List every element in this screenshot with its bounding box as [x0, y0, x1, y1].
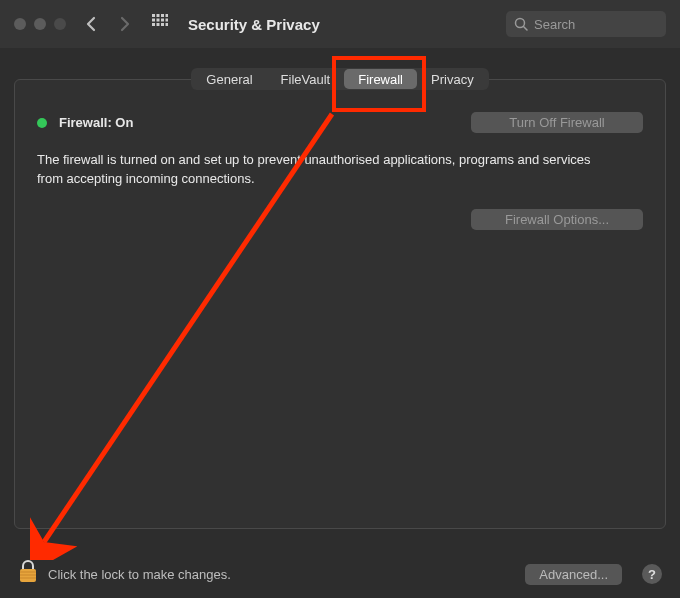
back-button[interactable] — [84, 17, 98, 31]
search-icon — [514, 17, 528, 31]
firewall-description: The firewall is turned on and set up to … — [37, 151, 607, 189]
zoom-window-button[interactable] — [54, 18, 66, 30]
tab-privacy[interactable]: Privacy — [417, 69, 488, 89]
svg-rect-11 — [166, 23, 169, 26]
search-box[interactable] — [506, 11, 666, 37]
show-all-icon[interactable] — [152, 14, 168, 34]
nav-arrows — [84, 17, 132, 31]
lock-icon[interactable] — [18, 560, 38, 588]
svg-rect-8 — [152, 23, 155, 26]
search-input[interactable] — [534, 17, 658, 32]
turn-off-firewall-button[interactable]: Turn Off Firewall — [471, 112, 643, 133]
firewall-options-button[interactable]: Firewall Options... — [471, 209, 643, 230]
svg-rect-5 — [157, 19, 160, 22]
footer: Click the lock to make changes. Advanced… — [0, 550, 680, 598]
svg-rect-6 — [161, 19, 164, 22]
svg-line-13 — [524, 27, 528, 31]
svg-rect-4 — [152, 19, 155, 22]
firewall-panel: Firewall: On Turn Off Firewall The firew… — [14, 79, 666, 529]
svg-rect-9 — [157, 23, 160, 26]
forward-button[interactable] — [118, 17, 132, 31]
svg-rect-3 — [166, 14, 169, 17]
firewall-status-label: Firewall: On — [59, 115, 471, 130]
lock-hint-text: Click the lock to make changes. — [48, 567, 515, 582]
help-button[interactable]: ? — [642, 564, 662, 584]
svg-rect-2 — [161, 14, 164, 17]
status-indicator-icon — [37, 118, 47, 128]
tab-bar: General FileVault Firewall Privacy — [191, 68, 488, 90]
window-titlebar: Security & Privacy — [0, 0, 680, 48]
tab-general[interactable]: General — [192, 69, 266, 89]
close-window-button[interactable] — [14, 18, 26, 30]
advanced-button[interactable]: Advanced... — [525, 564, 622, 585]
svg-rect-0 — [152, 14, 155, 17]
tab-firewall[interactable]: Firewall — [344, 69, 417, 89]
window-title: Security & Privacy — [188, 16, 506, 33]
traffic-lights — [14, 18, 66, 30]
svg-rect-1 — [157, 14, 160, 17]
tab-filevault[interactable]: FileVault — [267, 69, 345, 89]
svg-rect-7 — [166, 19, 169, 22]
svg-rect-10 — [161, 23, 164, 26]
minimize-window-button[interactable] — [34, 18, 46, 30]
